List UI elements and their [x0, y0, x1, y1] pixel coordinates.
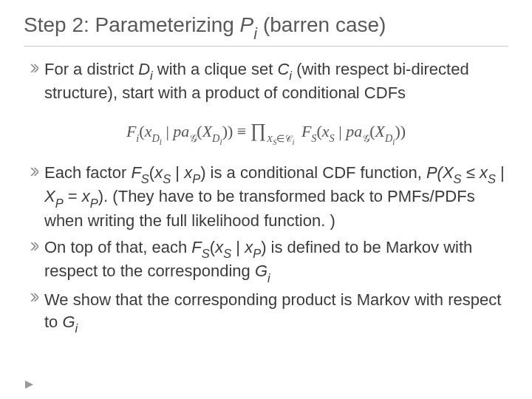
f-rXDi: D	[385, 132, 392, 144]
var-x3-sub: S	[488, 172, 496, 185]
var-F: F	[131, 163, 140, 182]
var-F-sub: S	[141, 172, 149, 185]
bullet-item: Each factor FS(xS | xP) is a conditional…	[24, 162, 508, 232]
slide-body: For a district Di with a clique set Ci (…	[24, 58, 508, 335]
f-g: 𝒢	[189, 132, 197, 144]
var-x2: x	[245, 238, 253, 256]
text-run: (They have to be transformed back to PMF…	[44, 187, 475, 230]
f-XDii: i	[219, 137, 222, 146]
f-Di: D	[151, 132, 159, 144]
text-run: We show that the corresponding product i…	[44, 290, 501, 331]
var-x-sub: S	[163, 172, 171, 185]
var-x2-sub: P	[253, 247, 261, 260]
f-equiv: ≡	[237, 122, 250, 140]
f-rpa: pa	[346, 122, 362, 140]
bar: |	[171, 163, 184, 182]
text-run: For a district	[44, 60, 138, 78]
bullet-text: On top of that, each FS(xS | xP) is defi…	[44, 236, 508, 284]
f-prod-sub: XS∈𝒞i	[267, 133, 294, 144]
bullet-icon	[24, 236, 44, 250]
play-icon	[25, 372, 33, 395]
f-pc: ))	[222, 122, 233, 140]
var-D-sub: i	[150, 69, 153, 82]
var-x4: x	[82, 187, 90, 205]
paren: ).	[98, 187, 108, 205]
var-X: X	[443, 163, 454, 182]
f-po: (	[197, 122, 202, 140]
bullet-text: Each factor FS(xS | xP) is a conditional…	[44, 162, 508, 232]
f-open: (	[139, 122, 144, 140]
var-x4-sub: P	[90, 197, 98, 210]
var-C-sub: i	[289, 69, 292, 82]
bullet-icon	[24, 289, 44, 301]
bullet-item: We show that the corresponding product i…	[24, 289, 508, 335]
f-Dii: i	[160, 137, 162, 146]
paren: )	[200, 163, 205, 182]
f-rbar: |	[335, 122, 346, 140]
f-xsub: Di	[151, 132, 162, 144]
var-x-sub: S	[223, 247, 231, 260]
f-rXDii: i	[392, 137, 395, 146]
text-run: is a conditional CDF function,	[206, 163, 426, 182]
f-rhs: FS(xS | pa𝒢(XDi))	[301, 122, 406, 140]
var-C: C	[277, 60, 289, 78]
slide: Step 2: Parameterizing Pi (barren case) …	[0, 0, 532, 399]
title-prefix: Step 2: Parameterizing	[24, 13, 240, 36]
bullet-text: We show that the corresponding product i…	[44, 289, 508, 335]
le: ≤	[462, 163, 480, 182]
var-G-sub: i	[75, 321, 78, 335]
bullet-icon	[24, 162, 44, 176]
var-D: D	[138, 60, 150, 78]
f-XDi: D	[212, 132, 219, 144]
var-X-sub: S	[454, 172, 462, 185]
var-G: G	[62, 313, 75, 331]
var-F: F	[191, 238, 201, 256]
f-i: i	[136, 132, 139, 144]
var-X2-sub: P	[55, 197, 64, 210]
f-psi: i	[292, 138, 294, 146]
text-run: Each factor	[44, 163, 131, 182]
eq: =	[64, 187, 82, 205]
var-x3: x	[480, 163, 488, 182]
var-x: x	[154, 163, 163, 182]
var-G-sub: i	[267, 271, 270, 284]
title-pvar: P	[240, 13, 254, 36]
f-rX: X	[375, 122, 384, 140]
f-F: F	[126, 122, 136, 140]
f-x: x	[145, 122, 152, 140]
f-X: X	[202, 122, 212, 140]
f-rpc: ))	[395, 122, 406, 140]
f-ro: (	[317, 122, 322, 140]
bullet-text: For a district Di with a clique set Ci (…	[44, 58, 508, 104]
formula: Fi(xDi | pa𝒢(XDi)) ≡ ∏XS∈𝒞i FS(xS | pa𝒢(…	[24, 117, 508, 147]
paren: P(	[426, 163, 443, 182]
f-rF: F	[301, 122, 311, 140]
f-psX: X	[267, 133, 273, 144]
text-run: On top of that, each	[44, 238, 191, 256]
f-Xsub: Di	[212, 132, 222, 144]
var-X2: X	[44, 187, 55, 205]
slide-title: Step 2: Parameterizing Pi (barren case)	[24, 13, 508, 47]
var-x2: x	[184, 163, 192, 182]
f-rxS: S	[330, 132, 335, 144]
f-rS: S	[311, 132, 316, 144]
f-psC: 𝒞	[284, 133, 292, 144]
f-bar: |	[162, 122, 173, 140]
var-F-sub: S	[202, 247, 210, 260]
f-psIn: ∈	[276, 133, 284, 144]
var-x: x	[215, 238, 223, 256]
f-rXsub: Di	[385, 132, 395, 144]
text-run: with a clique set	[153, 60, 278, 78]
title-suffix: (barren case)	[257, 13, 386, 36]
f-rx: x	[322, 122, 330, 140]
f-prod: ∏	[250, 120, 266, 141]
bar: |	[231, 238, 245, 256]
title-pvar-sub: i	[253, 24, 257, 43]
bar: |	[496, 163, 505, 182]
bullet-icon	[24, 58, 44, 72]
bullet-item: On top of that, each FS(xS | xP) is defi…	[24, 236, 508, 284]
f-pa: pa	[173, 122, 189, 140]
f-rg: 𝒢	[362, 132, 369, 144]
var-G: G	[255, 262, 267, 280]
var-x2-sub: P	[192, 172, 200, 185]
